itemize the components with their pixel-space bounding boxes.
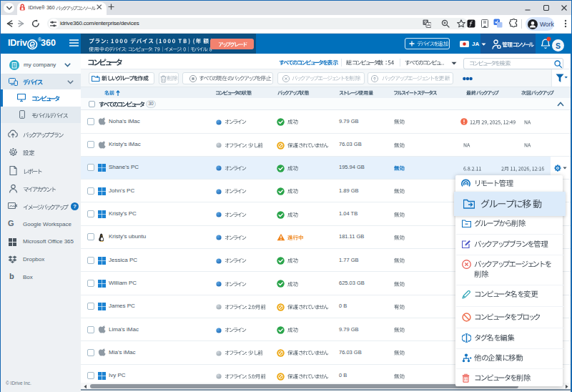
svg-text:?: ? — [73, 203, 77, 210]
svg-text:S: S — [556, 41, 561, 49]
